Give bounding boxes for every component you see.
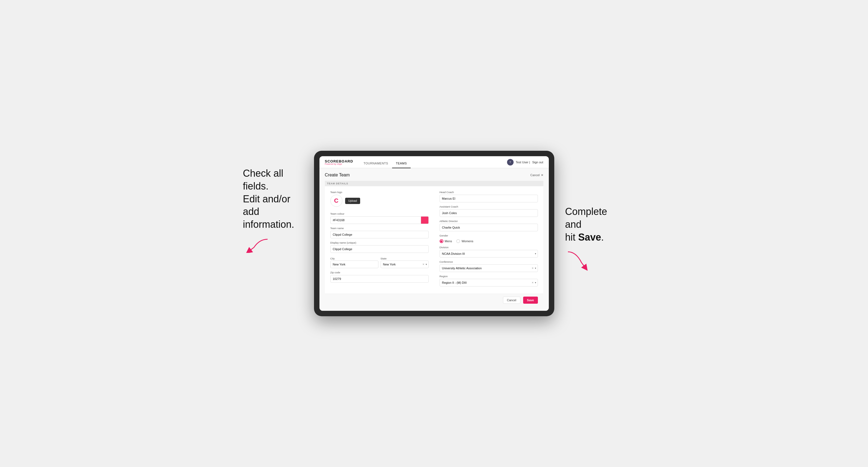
state-select-wrapper: New York ✕ ▾ (381, 260, 429, 268)
arrow-left-icon (243, 237, 270, 253)
region-group: Region Region II - (M) DIII ✕ ▾ (440, 275, 538, 286)
annotation-right: Complete and hit Save. (565, 151, 625, 274)
tab-tournaments[interactable]: TOURNAMENTS (360, 162, 392, 168)
conference-label: Conference (440, 260, 538, 263)
gender-mens-option[interactable]: Mens (440, 239, 452, 243)
athletic-director-input[interactable] (440, 224, 538, 231)
city-label: City (330, 257, 335, 260)
conference-group: Conference University Athletic Associati… (440, 260, 538, 272)
annotation-save-word: Save (578, 231, 601, 243)
conference-select-actions: ✕ ▾ (532, 267, 536, 270)
cancel-top-x-icon: ✕ (541, 174, 544, 177)
color-input-wrapper (330, 216, 429, 224)
zip-label: Zip code (330, 271, 429, 274)
form-body: Team logo C Upload Team colo (325, 186, 544, 293)
cancel-top-button[interactable]: Cancel ✕ (530, 174, 543, 177)
team-logo-label: Team logo (330, 191, 429, 194)
nav-tabs: TOURNAMENTS TEAMS (360, 156, 411, 168)
team-name-group: Team name (330, 227, 429, 239)
team-logo-group: Team logo C Upload (330, 191, 429, 210)
powered-by-text: Powered by clippi (325, 163, 353, 165)
conference-value: University Athletic Association (442, 267, 482, 270)
page-title: Create Team (325, 173, 350, 178)
state-select-display[interactable]: New York (381, 260, 429, 268)
division-value: NCAA Division III (442, 252, 465, 255)
header-right: T Test User | Sign out (507, 159, 544, 165)
region-select-wrapper: Region II - (M) DIII ✕ ▾ (440, 279, 538, 286)
tablet-screen: SCOREBOARD Powered by clippi TOURNAMENTS… (319, 156, 549, 311)
state-chevron-icon: ▾ (426, 263, 427, 266)
conference-select-wrapper: University Athletic Association ✕ ▾ (440, 264, 538, 272)
gender-mens-radio[interactable] (440, 239, 443, 243)
state-label: State (381, 257, 386, 260)
team-name-input[interactable] (330, 231, 429, 239)
cancel-top-label: Cancel (530, 174, 539, 177)
conference-select-display[interactable]: University Athletic Association (440, 264, 538, 272)
team-colour-group: Team colour (330, 212, 429, 224)
arrow-right-icon (565, 249, 592, 271)
assistant-coach-group: Assistant Coach (440, 205, 538, 217)
region-chevron-icon: ▾ (535, 281, 536, 284)
annotation-left: Check all fields. Edit and/or add inform… (243, 151, 303, 256)
logo-area: C Upload (330, 195, 429, 207)
sign-out-link[interactable]: Sign out (532, 161, 543, 164)
region-clear-icon[interactable]: ✕ (532, 281, 534, 284)
display-name-input[interactable] (330, 245, 429, 253)
colour-swatch (421, 216, 429, 224)
conference-clear-icon[interactable]: ✕ (532, 267, 534, 270)
assistant-coach-label: Assistant Coach (440, 205, 538, 208)
form-footer: Cancel Save (325, 293, 544, 306)
cancel-button[interactable]: Cancel (503, 297, 520, 304)
page-wrapper: Check all fields. Edit and/or add inform… (243, 151, 625, 316)
form-right-col: Head Coach Assistant Coach Athletic Dire… (440, 191, 538, 289)
tab-teams[interactable]: TEAMS (392, 162, 411, 168)
annotation-left-line2: Edit and/or add (243, 193, 303, 218)
head-coach-input[interactable] (440, 195, 538, 203)
display-name-group: Display name (unique) (330, 241, 429, 253)
state-select-actions: ✕ ▾ (423, 263, 427, 266)
section-header: TEAM DETAILS (325, 181, 544, 186)
gender-womens-option[interactable]: Womens (456, 239, 473, 243)
gender-label: Gender (440, 234, 538, 237)
annotation-left-line3: information. (243, 218, 303, 231)
city-input[interactable] (330, 260, 378, 268)
region-label: Region (440, 275, 538, 278)
zip-code-group: Zip code (330, 271, 429, 283)
assistant-coach-input[interactable] (440, 209, 538, 217)
user-name: Test User | (516, 161, 530, 164)
state-value: New York (383, 263, 396, 266)
app-header: SCOREBOARD Powered by clippi TOURNAMENTS… (319, 156, 549, 168)
gender-womens-label: Womens (461, 240, 473, 243)
form-two-col: Team logo C Upload Team colo (330, 191, 538, 289)
upload-button[interactable]: Upload (345, 198, 361, 204)
division-chevron-icon: ▾ (535, 252, 536, 255)
annotation-right-line1: Complete and (565, 206, 625, 231)
city-col: City (330, 256, 378, 268)
logo-preview: C (330, 195, 342, 207)
annotation-right-line2: hit Save. (565, 231, 625, 244)
city-state-row: City State New York (330, 256, 429, 268)
state-clear-icon[interactable]: ✕ (423, 263, 425, 266)
main-content: Create Team Cancel ✕ TEAM DETAILS (319, 168, 549, 311)
region-select-actions: ✕ ▾ (532, 281, 536, 284)
page-title-bar: Create Team Cancel ✕ (325, 173, 544, 178)
zip-input[interactable] (330, 275, 429, 283)
tablet-device: SCOREBOARD Powered by clippi TOURNAMENTS… (314, 151, 554, 316)
division-select-display[interactable]: NCAA Division III (440, 250, 538, 257)
region-select-display[interactable]: Region II - (M) DIII (440, 279, 538, 286)
save-button[interactable]: Save (523, 297, 538, 304)
athletic-director-group: Athletic Director (440, 220, 538, 231)
team-colour-input[interactable] (330, 216, 421, 224)
division-select-wrapper: NCAA Division III ▾ (440, 250, 538, 257)
team-name-label: Team name (330, 227, 429, 230)
region-value: Region II - (M) DIII (442, 281, 467, 284)
logo-text: SCOREBOARD (325, 159, 353, 163)
gender-womens-radio[interactable] (456, 239, 460, 243)
display-name-label: Display name (unique) (330, 241, 429, 244)
gender-group: Gender Mens Womens (440, 234, 538, 243)
gender-row: Mens Womens (440, 239, 538, 243)
city-state-group: City State New York (330, 256, 429, 268)
gender-mens-label: Mens (445, 240, 452, 243)
conference-chevron-icon: ▾ (535, 267, 536, 270)
state-col: State New York ✕ ▾ (381, 256, 429, 268)
